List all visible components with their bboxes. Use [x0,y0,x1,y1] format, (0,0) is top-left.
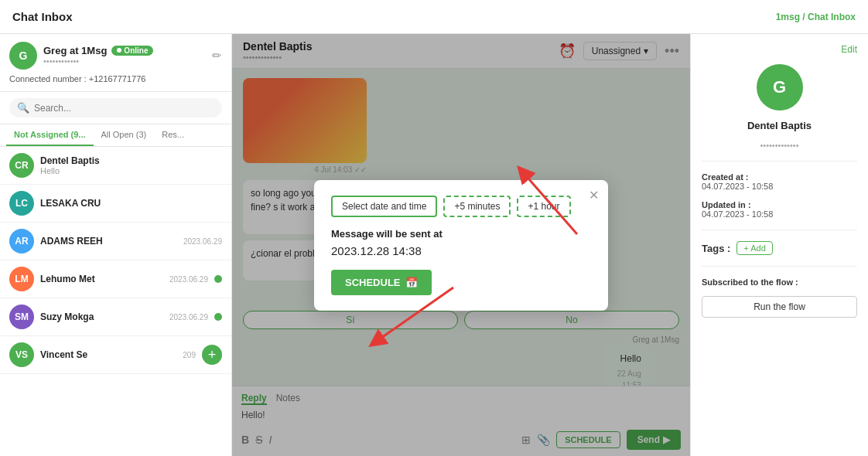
right-contact-name: Dentel Baptis [702,120,857,131]
breadcrumb: 1msg / Chat Inbox [776,12,856,22]
subscribed-to-flow-row: Subscribed to the flow : [702,277,857,287]
select-date-button[interactable]: Select date and time [331,196,437,217]
contact-msg: Hello [40,166,222,175]
updated-in-row: Updated in : 04.07.2023 - 10:58 [702,200,857,219]
updated-in-label: Updated in : [702,200,857,209]
contact-name: Vincent Se [40,349,176,360]
avatar: SM [9,305,34,329]
contact-info: Dentel Baptis Hello [40,155,222,175]
tab-not-assigned[interactable]: Not Assigned (9... [6,124,94,146]
divider [702,161,857,162]
top-nav: Chat Inbox 1msg / Chat Inbox [0,0,868,34]
sidebar: G Greg at 1Msg Online •••••••••••• ✏ Con… [0,34,232,456]
breadcrumb-highlight: 1msg / Chat Inbox [776,12,856,22]
modal-schedule-button[interactable]: SCHEDULE 📅 [331,270,432,295]
connected-number: Connected number : +12167771776 [9,74,222,83]
list-item[interactable]: LM Lehumo Met 2023.06.29 [0,260,231,298]
unread-dot [214,313,222,321]
calendar-icon: 📅 [405,277,418,288]
add-contact-button[interactable]: + [202,345,222,365]
subscribed-to-flow-label: Subscribed to the flow : [702,277,857,287]
contact-name: Lehumo Met [40,274,163,284]
contact-info: LESAKA CRU [40,198,222,209]
avatar: G [9,42,37,70]
chat-area: Dentel Baptis ••••••••••••• ⏰ Unassigned… [232,34,690,456]
search-box: 🔍 [0,92,231,124]
created-at-row: Created at : 04.07.2023 - 10:58 [702,172,857,191]
modal-label: Message will be sent at [331,228,591,240]
created-at-label: Created at : [702,172,857,182]
modal-option-row: Select date and time +5 minutes +1 hour [331,196,591,217]
contact-name: Dentel Baptis [40,155,222,166]
schedule-modal: ✕ Select date and time +5 minutes +1 hou… [314,180,608,311]
search-icon: 🔍 [17,102,29,114]
contact-info: ADAMS REEH [40,236,177,247]
edit-row: Edit [702,43,857,55]
unread-dot [214,275,222,283]
modal-close-button[interactable]: ✕ [589,188,599,202]
online-badge: Online [111,46,153,56]
user-name-block: Greg at 1Msg Online •••••••••••• [43,45,153,67]
plus-1-hour-button[interactable]: +1 hour [517,196,570,217]
list-item[interactable]: VS Vincent Se 209 + [0,336,231,374]
contact-name: LESAKA CRU [40,198,222,209]
contact-list: CR Dentel Baptis Hello LC LESAKA CRU AR … [0,147,231,456]
updated-in-value: 04.07.2023 - 10:58 [702,209,857,219]
user-name: Greg at 1Msg [43,45,107,56]
tags-label: Tags : [702,243,730,254]
contact-name: Suzy Mokga [40,311,163,322]
contact-date: 209 [183,351,196,359]
contact-date: 2023.06.29 [183,237,222,246]
list-item[interactable]: LC LESAKA CRU [0,185,231,223]
right-avatar: G [757,64,803,111]
tabs-row: Not Assigned (9... All Open (3) Res... [0,124,231,147]
contact-name: ADAMS REEH [40,236,177,247]
right-contact-sub: ••••••••••••• [702,141,857,150]
user-info: G Greg at 1Msg Online •••••••••••• ✏ [9,42,222,70]
modal-schedule-label: SCHEDULE [345,277,401,288]
plus-5-minutes-button[interactable]: +5 minutes [443,196,511,217]
run-flow-button[interactable]: Run the flow [702,296,857,318]
list-item[interactable]: SM Suzy Mokga 2023.06.29 [0,298,231,336]
search-input[interactable] [34,103,214,114]
tab-all-open[interactable]: All Open (3) [94,124,155,146]
modal-datetime: 2023.12.28 14:38 [331,244,591,257]
created-at-value: 04.07.2023 - 10:58 [702,182,857,191]
avatar: CR [9,153,34,178]
search-input-wrap: 🔍 [9,98,222,117]
avatar: AR [9,229,34,254]
svg-line-3 [376,288,453,342]
edit-icon[interactable]: ✏ [212,49,222,63]
list-item[interactable]: AR ADAMS REEH 2023.06.29 [0,223,231,260]
tab-resolved[interactable]: Res... [154,124,192,146]
list-item[interactable]: CR Dentel Baptis Hello [0,147,231,185]
online-dot [117,48,121,53]
avatar: LC [9,191,34,216]
main-layout: G Greg at 1Msg Online •••••••••••• ✏ Con… [0,34,868,456]
divider [702,266,857,267]
right-panel: Edit G Dentel Baptis ••••••••••••• Creat… [690,34,868,456]
modal-overlay[interactable]: ✕ Select date and time +5 minutes +1 hou… [232,34,690,456]
sidebar-header: G Greg at 1Msg Online •••••••••••• ✏ Con… [0,34,231,92]
avatar: VS [9,342,34,367]
edit-link[interactable]: Edit [841,44,857,55]
page-title: Chat Inbox [12,10,73,23]
divider [702,230,857,230]
add-tag-button[interactable]: + Add [736,241,772,255]
contact-date: 2023.06.29 [169,275,208,284]
contact-info: Lehumo Met [40,274,163,284]
avatar: LM [9,267,34,291]
contact-info: Suzy Mokga [40,311,163,322]
user-email: •••••••••••• [43,56,153,66]
tags-row: Tags : + Add [702,241,857,255]
contact-info: Vincent Se [40,349,176,360]
contact-date: 2023.06.29 [169,313,208,322]
